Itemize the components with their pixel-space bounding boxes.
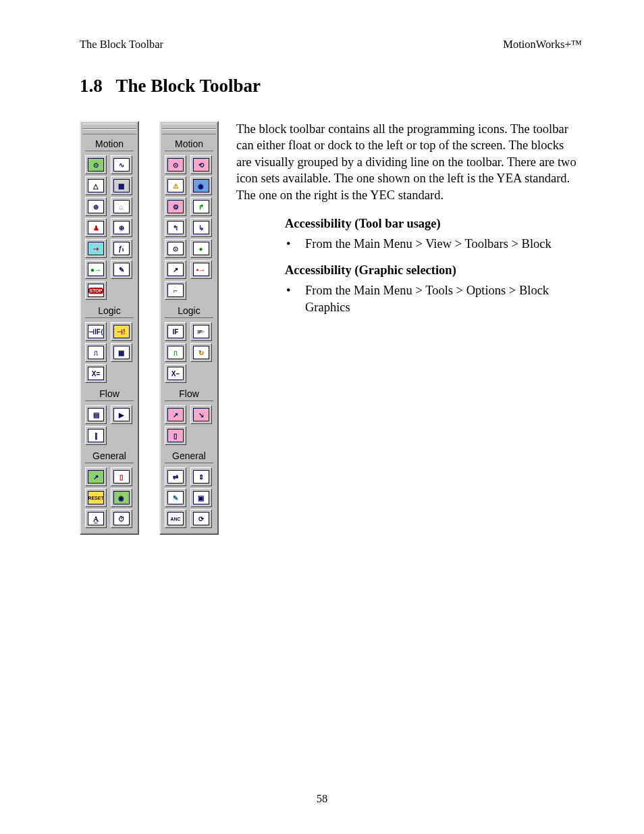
- section-label-logic: Logic: [81, 305, 138, 316]
- motion-icon-7[interactable]: ♟: [85, 218, 107, 237]
- motion-icon-9[interactable]: ⇢: [85, 239, 107, 258]
- motion-icon-12[interactable]: ✎: [111, 260, 132, 279]
- rm-icon-5[interactable]: ⚙: [165, 197, 186, 216]
- motion-stop-icon[interactable]: STOP: [85, 281, 107, 300]
- rg-anc-icon[interactable]: ANC: [165, 509, 186, 528]
- toolbar-grip[interactable]: [162, 129, 216, 134]
- rl-ifbit-icon[interactable]: IF▫: [190, 322, 212, 341]
- header-left: The Block Toolbar: [80, 38, 163, 51]
- logic-input-icon[interactable]: ⎍: [85, 343, 107, 362]
- header-right: MotionWorks+™: [503, 38, 582, 51]
- motion-icon-8[interactable]: ⊕: [111, 218, 132, 237]
- rg-icon-6[interactable]: ⟳: [190, 509, 212, 528]
- section-label-motion: Motion: [81, 138, 138, 149]
- rm-icon-4[interactable]: ◉: [190, 176, 212, 195]
- rf-icon-3[interactable]: ▯: [165, 426, 186, 445]
- rl-loop-icon[interactable]: ↻: [190, 343, 212, 362]
- logic-if-icon[interactable]: ⊣IF⟨: [85, 322, 107, 341]
- accessibility-toolbar-bullet: •From the Main Menu > View > Toolbars > …: [305, 236, 582, 252]
- section-heading: 1.8 The Block Toolbar: [80, 76, 582, 97]
- flow-sub-icon[interactable]: ▤: [85, 405, 107, 424]
- rm-icon-8[interactable]: ↳: [190, 218, 212, 237]
- toolbar-grip[interactable]: [82, 129, 136, 134]
- rm-icon-1[interactable]: ⊙: [165, 155, 186, 174]
- toolbar-yec: Motion ⊙ ⟲ ⚠ ◉ ⚙ ↱ ↰ ↳ ⊙ ● ↗ ▪→ ⌐: [159, 121, 219, 535]
- toolbar-grip[interactable]: [82, 124, 136, 129]
- rm-icon-10[interactable]: ●: [190, 239, 212, 258]
- accessibility-graphic-bullet: •From the Main Menu > Tools > Options > …: [305, 282, 582, 315]
- page-number: 58: [0, 792, 644, 806]
- flow-run-icon[interactable]: ▶: [111, 405, 132, 424]
- logic-xeq-icon[interactable]: X=: [85, 364, 107, 383]
- motion-icon-10[interactable]: ƒₜ: [111, 239, 132, 258]
- accessibility-graphic-heading: Accessibility (Graphic selection): [285, 262, 582, 278]
- rl-if-icon[interactable]: IF: [165, 322, 186, 341]
- rm-icon-12[interactable]: ▪→: [190, 260, 212, 279]
- rm-icon-7[interactable]: ↰: [165, 218, 186, 237]
- general-timer-icon[interactable]: ⏱: [111, 509, 132, 528]
- motion-icon-5[interactable]: ⊕: [85, 197, 107, 216]
- rf-icon-2[interactable]: ↘: [190, 405, 212, 424]
- rf-icon-1[interactable]: ↗: [165, 405, 186, 424]
- section-label-motion: Motion: [161, 138, 217, 149]
- rm-icon-11[interactable]: ↗: [165, 260, 186, 279]
- motion-icon-2[interactable]: ∿: [111, 155, 132, 174]
- section-label-logic: Logic: [161, 305, 217, 316]
- general-icon-4[interactable]: ◉: [111, 488, 132, 507]
- flow-end-icon[interactable]: ‖: [85, 426, 107, 445]
- accessibility-toolbar-heading: Accessibility (Tool bar usage): [285, 215, 582, 232]
- rm-icon-2[interactable]: ⟲: [190, 155, 212, 174]
- rl-xminus-icon[interactable]: X−: [165, 364, 186, 383]
- toolbar-figures: Motion ⊙ ∿ △ ▩ ⊕ ⌂ ♟ ⊕ ⇢ ƒₜ ●→ ✎ STOP: [80, 121, 219, 535]
- toolbar-grip[interactable]: [162, 124, 216, 129]
- rl-set-icon[interactable]: ⎍: [165, 343, 186, 362]
- motion-icon-3[interactable]: △: [85, 176, 107, 195]
- intro-paragraph: The block toolbar contains all the progr…: [236, 121, 582, 203]
- section-label-flow: Flow: [161, 388, 217, 399]
- rm-icon-3[interactable]: ⚠: [165, 176, 186, 195]
- general-text-icon[interactable]: A̲: [85, 509, 107, 528]
- motion-icon-11[interactable]: ●→: [85, 260, 107, 279]
- section-label-flow: Flow: [81, 388, 138, 399]
- rm-icon-6[interactable]: ↱: [190, 197, 212, 216]
- rg-icon-1[interactable]: ⇄: [165, 467, 186, 486]
- logic-output-icon[interactable]: ▦: [111, 343, 132, 362]
- motion-icon-4[interactable]: ▩: [111, 176, 132, 195]
- rm-icon-13[interactable]: ⌐: [165, 281, 186, 300]
- rg-icon-3[interactable]: ✎: [165, 488, 186, 507]
- logic-wait-icon[interactable]: ⊣!: [111, 322, 132, 341]
- rm-icon-9[interactable]: ⊙: [165, 239, 186, 258]
- motion-icon-1[interactable]: ⊙: [85, 155, 107, 174]
- general-icon-1[interactable]: ↗: [85, 467, 107, 486]
- section-label-general: General: [161, 450, 217, 461]
- rg-icon-4[interactable]: ▣: [190, 488, 212, 507]
- general-icon-2[interactable]: ▯: [111, 467, 132, 486]
- rg-icon-2[interactable]: ⇕: [190, 467, 212, 486]
- section-label-general: General: [81, 450, 138, 461]
- motion-icon-6[interactable]: ⌂: [111, 197, 132, 216]
- general-icon-3[interactable]: RESET: [85, 488, 107, 507]
- toolbar-yea: Motion ⊙ ∿ △ ▩ ⊕ ⌂ ♟ ⊕ ⇢ ƒₜ ●→ ✎ STOP: [80, 121, 139, 535]
